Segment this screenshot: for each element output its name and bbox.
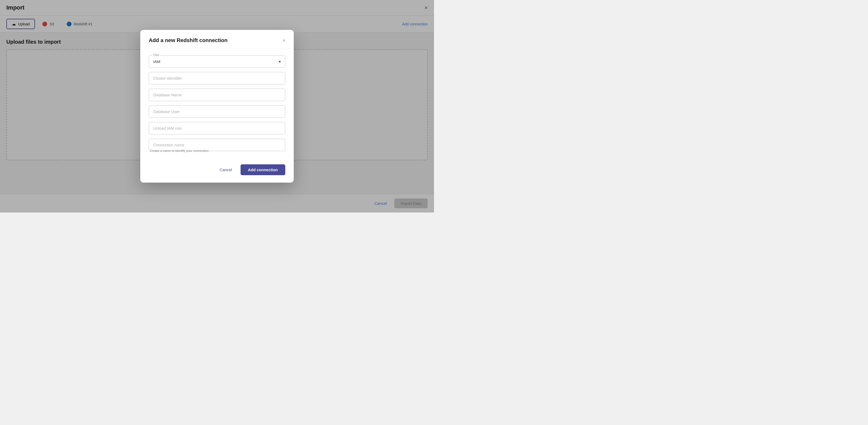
connection-name-wrapper: Create a name to identify your connectio… — [149, 139, 285, 153]
modal-overlay: Add a new Redshift connection × Type IAM… — [0, 0, 434, 212]
cluster-identifier-wrapper — [149, 72, 285, 84]
modal: Add a new Redshift connection × Type IAM… — [140, 30, 294, 183]
type-label: Type — [152, 53, 160, 56]
unload-iam-input[interactable] — [149, 122, 285, 134]
database-user-input[interactable] — [149, 105, 285, 118]
modal-title: Add a new Redshift connection — [149, 37, 227, 43]
modal-header: Add a new Redshift connection × — [140, 30, 294, 49]
modal-footer: Cancel Add connection — [140, 159, 294, 183]
cluster-identifier-input[interactable] — [149, 72, 285, 84]
database-name-wrapper — [149, 89, 285, 101]
page-background: Import × ☁ Upload 🔴 S3 🔵 Redshift #1 Add… — [0, 0, 434, 212]
modal-close-button[interactable]: × — [282, 38, 285, 43]
unload-iam-wrapper — [149, 122, 285, 134]
database-name-input[interactable] — [149, 89, 285, 101]
type-select[interactable]: IAM Password — [149, 55, 285, 68]
modal-add-connection-button[interactable]: Add connection — [241, 164, 285, 175]
type-field-wrapper: Type IAM Password ▼ — [149, 55, 285, 68]
modal-cancel-button[interactable]: Cancel — [215, 165, 236, 175]
database-user-wrapper — [149, 105, 285, 118]
modal-body: Type IAM Password ▼ — [140, 49, 294, 159]
